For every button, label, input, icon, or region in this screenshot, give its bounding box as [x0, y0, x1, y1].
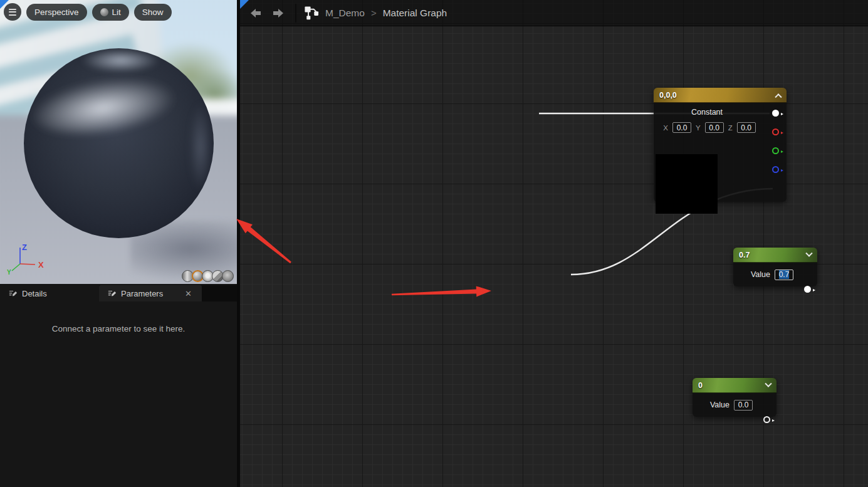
field-z-label: Z	[728, 124, 733, 132]
node-constant-vector[interactable]: 0,0,0 Constant X 0.0 Y 0.0 Z 0.0	[654, 88, 787, 202]
panel-tab-bar: Details Parameters ✕	[0, 285, 237, 301]
forward-arrow-icon	[271, 7, 285, 19]
field-y-label: Y	[696, 124, 701, 132]
details-pencil-icon	[9, 289, 18, 298]
scalar07-node-title: 0.7	[739, 251, 750, 259]
expand-chevron-icon[interactable]	[765, 380, 771, 387]
collapse-chevron-icon[interactable]	[775, 93, 782, 100]
axis-gizmo: Z X Y	[5, 240, 68, 276]
tab-close-icon[interactable]: ✕	[184, 288, 193, 299]
scalar0-value-label: Value	[710, 401, 729, 409]
constant-color-preview[interactable]	[656, 154, 718, 214]
scalar0-node-title: 0	[698, 381, 703, 390]
node-graph-icon	[304, 6, 319, 21]
breadcrumb-current: Material Graph	[383, 8, 447, 19]
graph-corner-flag	[240, 0, 249, 9]
graph-toolbar: M_Demo > Material Graph	[240, 0, 868, 26]
material-graph-canvas[interactable]: M_Demo > Material Graph 0,0,0 Constant X…	[237, 0, 868, 487]
constant-fields: X 0.0 Y 0.0 Z 0.0	[654, 122, 765, 133]
scalar07-value-label: Value	[751, 270, 770, 279]
field-x-label: X	[663, 124, 668, 132]
back-button[interactable]	[249, 7, 263, 19]
scalar07-value-input[interactable]: 0.7	[775, 270, 793, 280]
axis-x-label: X	[38, 260, 44, 270]
viewport-toolbar: Perspective Lit Show	[4, 3, 172, 21]
constant-output-pin-g[interactable]	[772, 147, 779, 154]
preview-viewport[interactable]: Perspective Lit Show Z X Y	[0, 0, 237, 284]
perspective-label: Perspective	[34, 8, 79, 17]
lit-mode-button[interactable]: Lit	[92, 4, 129, 21]
show-label: Show	[142, 8, 164, 17]
parameters-pencil-icon	[108, 289, 117, 298]
node-scalar-07[interactable]: 0.7 Value 0.7	[733, 248, 817, 286]
toolbar-separator	[295, 4, 296, 23]
axis-z-label: Z	[22, 243, 27, 252]
constant-output-pin-rgb[interactable]	[772, 110, 779, 117]
constant-output-pin-r[interactable]	[772, 128, 779, 135]
parameters-panel-body: Connect a parameter to see it here.	[0, 301, 237, 487]
field-x-input[interactable]: 0.0	[672, 122, 691, 133]
breadcrumb-separator: >	[371, 8, 377, 18]
material-preview-sphere[interactable]	[24, 48, 214, 238]
scalar0-node-body: Value 0.0	[693, 393, 776, 417]
shape-teapot-button[interactable]	[222, 270, 234, 282]
scalar0-node-header[interactable]: 0	[693, 378, 776, 393]
material-editor-window: Perspective Lit Show Z X Y	[0, 0, 868, 487]
constant-output-pin-b[interactable]	[772, 166, 779, 173]
field-y-input[interactable]: 0.0	[705, 122, 724, 133]
details-parameters-panel: Details Parameters ✕ Connect a parameter…	[0, 284, 237, 487]
lit-label: Lit	[112, 8, 121, 17]
scalar07-output-pin[interactable]	[804, 286, 811, 293]
parameters-empty-message: Connect a parameter to see it here.	[0, 324, 237, 333]
scalar0-output-pin[interactable]	[763, 416, 770, 423]
tab-parameters-label: Parameters	[121, 289, 163, 298]
show-button[interactable]: Show	[134, 4, 172, 21]
constant-node-title: 0,0,0	[659, 91, 677, 100]
back-arrow-icon	[249, 7, 263, 19]
breadcrumb: M_Demo > Material Graph	[325, 8, 447, 19]
constant-node-body: Constant X 0.0 Y 0.0 Z 0.0	[654, 103, 787, 202]
hamburger-menu-icon	[9, 9, 16, 16]
node-scalar-0[interactable]: 0 Value 0.0	[693, 378, 776, 417]
breadcrumb-root[interactable]: M_Demo	[325, 8, 365, 19]
constant-node-header[interactable]: 0,0,0	[654, 88, 787, 103]
lit-sphere-icon	[100, 8, 108, 16]
tab-details-label: Details	[22, 289, 47, 298]
expand-chevron-icon[interactable]	[805, 249, 812, 256]
tab-details[interactable]: Details	[0, 285, 99, 301]
scalar07-node-body: Value 0.7	[733, 263, 817, 286]
preview-shape-buttons	[184, 270, 234, 282]
forward-button[interactable]	[271, 7, 285, 19]
perspective-button[interactable]: Perspective	[26, 4, 87, 21]
field-z-input[interactable]: 0.0	[737, 122, 756, 133]
scalar0-value-input[interactable]: 0.0	[734, 400, 753, 411]
axis-y-label: Y	[7, 269, 11, 276]
scalar07-node-header[interactable]: 0.7	[733, 248, 817, 263]
constant-type-label: Constant	[654, 108, 760, 117]
tab-parameters[interactable]: Parameters ✕	[99, 285, 202, 301]
sphere-highlight-band	[28, 68, 183, 144]
viewport-corner-flag	[0, 0, 9, 9]
